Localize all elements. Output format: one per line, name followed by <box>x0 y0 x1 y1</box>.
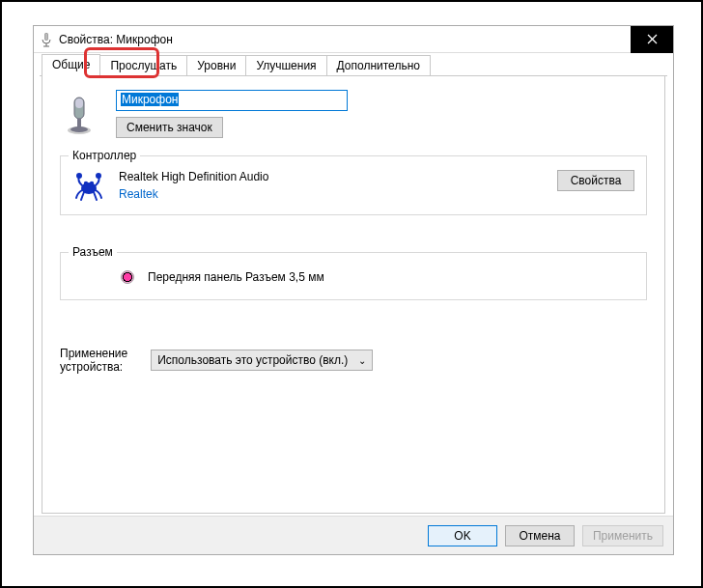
device-usage-label: Применение устройства: <box>60 347 127 374</box>
content-area: Общие Прослушать Уровни Улучшения Дополн… <box>40 53 667 516</box>
dialog-footer: OK Отмена Применить <box>34 516 673 554</box>
microphone-icon <box>40 32 53 47</box>
window-title: Свойства: Микрофон <box>59 33 173 46</box>
device-name-value: Микрофон <box>121 93 179 106</box>
tab-general[interactable]: Общие <box>42 54 100 76</box>
jack-group-title: Разъем <box>69 245 117 259</box>
dialog-window: Свойства: Микрофон Общие Прослушать Уров… <box>33 25 674 555</box>
chevron-down-icon: ⌄ <box>358 355 366 366</box>
tab-panel-general: Микрофон Сменить значок Контроллер <box>42 76 665 514</box>
jack-label: Передняя панель Разъем 3,5 мм <box>148 270 324 284</box>
svg-point-12 <box>77 174 81 178</box>
cancel-button[interactable]: Отмена <box>505 525 575 546</box>
apply-button[interactable]: Применить <box>582 525 663 546</box>
change-icon-button[interactable]: Сменить значок <box>116 117 223 138</box>
ok-button[interactable]: OK <box>428 525 497 546</box>
close-button[interactable] <box>631 26 673 53</box>
controller-group-title: Контроллер <box>69 149 140 162</box>
device-icon <box>60 90 98 138</box>
tab-advanced[interactable]: Дополнительно <box>326 55 431 76</box>
titlebar: Свойства: Микрофон <box>34 26 673 53</box>
controller-properties-button[interactable]: Свойства <box>557 170 634 191</box>
device-name-input[interactable]: Микрофон <box>116 90 348 111</box>
svg-point-15 <box>91 182 93 184</box>
svg-rect-8 <box>75 98 83 108</box>
jack-group: Разъем Передняя панель Разъем 3,5 мм <box>60 252 647 300</box>
tab-enhancements[interactable]: Улучшения <box>245 55 326 76</box>
svg-point-14 <box>85 182 87 184</box>
tab-listen[interactable]: Прослушать <box>99 55 187 76</box>
device-usage-value: Использовать это устройство (вкл.) <box>157 353 348 367</box>
tab-strip: Общие Прослушать Уровни Улучшения Дополн… <box>40 53 667 76</box>
device-usage-combobox[interactable]: Использовать это устройство (вкл.) ⌄ <box>151 350 373 371</box>
realtek-icon <box>72 170 105 203</box>
controller-group: Контроллер <box>60 155 647 215</box>
controller-name: Realtek High Definition Audio <box>119 170 268 183</box>
jack-color-icon <box>121 270 134 284</box>
svg-rect-1 <box>45 33 48 40</box>
controller-vendor-link[interactable]: Realtek <box>119 187 268 201</box>
svg-point-10 <box>70 126 88 132</box>
tab-levels[interactable]: Уровни <box>186 55 246 76</box>
svg-point-13 <box>97 174 100 178</box>
